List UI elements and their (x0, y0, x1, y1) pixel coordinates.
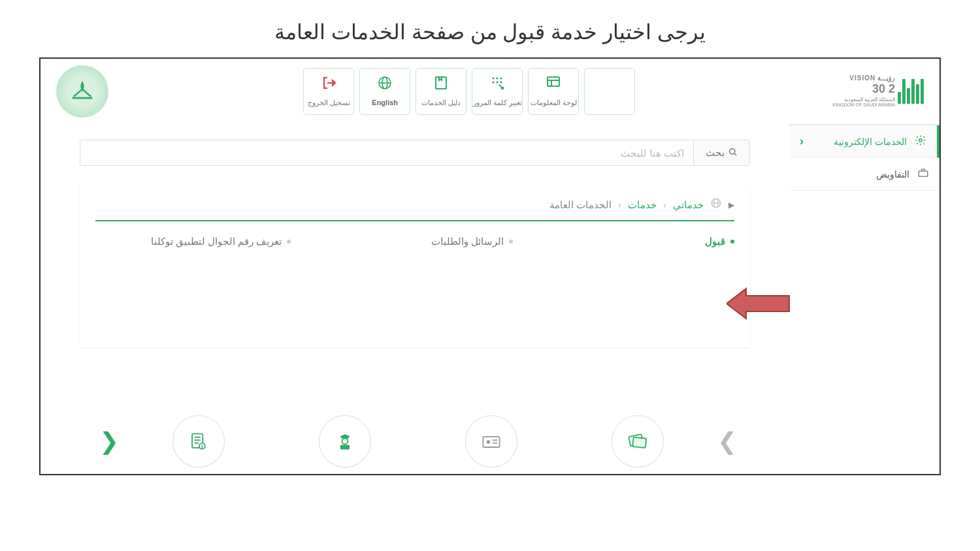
sidebar: الخدمات الإلكترونية ‹ التفاويض (789, 124, 939, 474)
document-search-icon: $ (187, 430, 210, 453)
svg-point-7 (497, 82, 498, 84)
breadcrumb-root[interactable]: خدماتي (673, 199, 704, 211)
services-card: ▶ خدماتي ‹ خدمات ‹ الخدمات العامة قبول (80, 184, 750, 347)
language-button[interactable]: English (359, 68, 410, 115)
carousel-item-4[interactable]: $ (172, 415, 225, 467)
sidebar-delegations-label: التفاويض (876, 169, 909, 180)
search-label-text: بحث (706, 147, 725, 159)
services-links: قبول الرسائل والطلبات تعريف رقم الجوال ل… (95, 221, 734, 247)
service-link-qabool[interactable]: قبول (705, 236, 734, 247)
svg-rect-23 (632, 437, 646, 448)
svg-point-3 (493, 78, 495, 80)
chevron-sep-icon: ‹ (618, 199, 621, 210)
svg-marker-21 (727, 289, 789, 319)
carousel-item-1[interactable] (612, 415, 664, 467)
svg-point-6 (493, 82, 495, 84)
carousel-item-2[interactable] (465, 415, 517, 467)
carousel: ❯ $ ❮ (93, 415, 743, 467)
service-link-tawakkalna[interactable]: تعريف رقم الجوال لتطبيق توكلنا (151, 236, 291, 247)
svg-point-16 (730, 148, 735, 153)
svg-rect-0 (547, 77, 559, 86)
carousel-prev[interactable]: ❮ (93, 428, 125, 455)
vision-line2: 2 30 (832, 82, 895, 97)
globe-small-icon (710, 197, 722, 212)
carousel-next[interactable]: ❯ (711, 428, 743, 455)
service-link-messages[interactable]: الرسائل والطلبات (431, 236, 513, 247)
svg-point-5 (500, 78, 502, 80)
carousel-item-3[interactable] (319, 415, 371, 467)
search-row: بحث (80, 140, 750, 166)
globe-icon (377, 75, 393, 95)
play-icon: ▶ (728, 200, 734, 210)
svg-point-4 (497, 78, 498, 80)
toolbar: لوحة المعلومات تغيير كلمة المرور دليل ال… (303, 68, 635, 115)
dashboard-button[interactable]: لوحة المعلومات (528, 68, 579, 115)
bullet-icon (730, 240, 734, 244)
bullet-icon (287, 240, 291, 244)
breadcrumb-level2[interactable]: خدمات (628, 199, 657, 211)
service-tawakkalna-label: تعريف رقم الجوال لتطبيق توكلنا (151, 236, 282, 247)
sidebar-eservices-label: الخدمات الإلكترونية (834, 136, 907, 147)
sidebar-item-eservices[interactable]: الخدمات الإلكترونية ‹ (789, 125, 939, 158)
svg-rect-24 (483, 437, 499, 447)
vision-line4: KINGDOM OF SAUDI ARABIA (832, 102, 895, 108)
dashboard-label: لوحة المعلومات (531, 99, 577, 107)
svg-point-28 (342, 439, 348, 445)
vision-line1: رؤيـــة VISION (832, 74, 895, 82)
svg-point-14 (919, 139, 923, 142)
service-messages-label: الرسائل والطلبات (431, 236, 504, 247)
services-guide-label: دليل الخدمات (421, 99, 461, 107)
dashboard-icon (546, 75, 561, 95)
svg-text:$: $ (201, 444, 204, 449)
breadcrumb-current: الخدمات العامة (549, 199, 612, 211)
absher-bars-icon (898, 79, 924, 104)
change-password-button[interactable]: تغيير كلمة المرور (472, 68, 523, 115)
language-label: English (372, 99, 398, 107)
services-guide-button[interactable]: دليل الخدمات (416, 68, 466, 115)
svg-rect-15 (919, 171, 928, 176)
book-icon (433, 75, 449, 95)
id-card-icon (480, 430, 503, 453)
gear-icon (915, 134, 926, 148)
svg-line-17 (734, 153, 737, 155)
chevron-left-icon: ‹ (800, 134, 804, 148)
sidebar-item-delegations[interactable]: التفاويض (789, 158, 939, 191)
breadcrumb: ▶ خدماتي ‹ خدمات ‹ الخدمات العامة (95, 197, 734, 221)
palm-swords-icon (69, 78, 96, 105)
highlight-arrow-icon (727, 286, 792, 321)
officer-icon (333, 430, 357, 453)
service-qabool-label: قبول (705, 236, 725, 247)
search-icon (728, 148, 738, 159)
search-input[interactable] (80, 140, 693, 165)
vision-logo: رؤيـــة VISION 2 30 المملكة العربية السع… (830, 74, 924, 108)
briefcase-icon (917, 167, 929, 181)
header: رؤيـــة VISION 2 30 المملكة العربية السع… (41, 59, 939, 124)
moi-emblem (56, 65, 108, 118)
vision-line3: المملكة العربية السعودية (832, 97, 895, 103)
logout-label: تسجيل الخروج (308, 99, 350, 107)
svg-point-25 (487, 440, 490, 443)
bullet-icon (509, 240, 513, 244)
svg-rect-13 (72, 97, 93, 99)
page-title: يرجى اختيار خدمة قبول من صفحة الخدمات ال… (0, 0, 980, 57)
logout-button[interactable]: تسجيل الخروج (303, 68, 354, 115)
change-password-label: تغيير كلمة المرور (473, 99, 522, 107)
ticket-icon (626, 430, 649, 453)
app-frame: رؤيـــة VISION 2 30 المملكة العربية السع… (39, 57, 941, 475)
chevron-sep-icon: ‹ (663, 199, 666, 210)
svg-point-8 (500, 82, 502, 84)
svg-rect-29 (340, 445, 350, 449)
toolbar-blank[interactable] (584, 68, 635, 115)
keypad-icon (489, 75, 505, 95)
search-label: بحث (693, 140, 749, 165)
logout-icon (321, 75, 336, 95)
